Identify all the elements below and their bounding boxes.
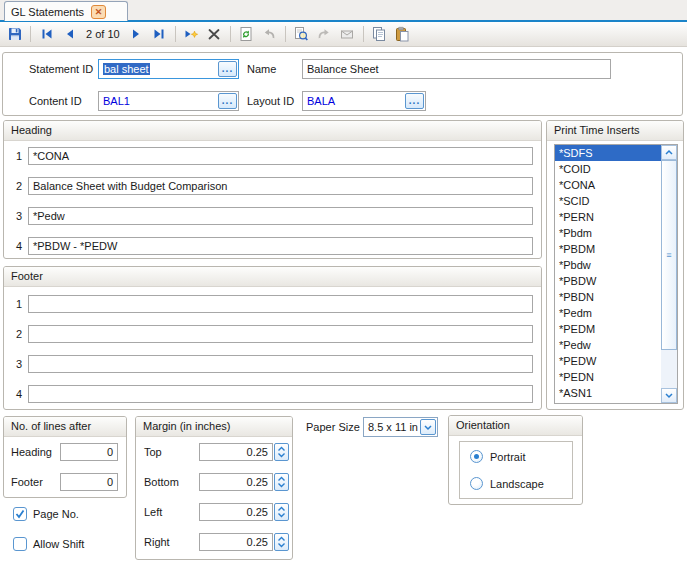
go-button[interactable] [313,24,336,45]
content-id-lookup-button[interactable]: ... [218,93,237,109]
print-preview-icon [293,26,309,42]
save-button[interactable] [3,24,26,45]
paper-size-combo[interactable]: 8.5 x 11 in [363,417,438,437]
footer-group: Footer 1 2 3 4 [3,266,542,410]
undo-button[interactable] [258,24,281,45]
layout-id-value: BALA [307,95,335,107]
scroll-down-button[interactable] [661,388,677,403]
allow-shift-checkbox[interactable] [13,537,27,551]
heading-group-title: Heading [4,121,541,141]
landscape-label: Landscape [490,477,544,491]
tab-close-icon[interactable]: ✕ [91,5,106,19]
footer-line-4-field[interactable] [28,385,533,403]
margin-bottom-spinner[interactable] [274,473,289,491]
statement-id-lookup-button[interactable]: ... [218,61,237,77]
margin-right-spinner[interactable] [274,533,289,551]
last-record-button[interactable] [148,24,171,45]
name-label: Name [247,59,276,79]
list-item[interactable]: *PEDW [555,353,661,369]
list-item[interactable]: *PBDM [555,241,661,257]
vertical-scrollbar[interactable]: ≡ [661,145,677,403]
margin-left-spinner[interactable] [274,503,289,521]
list-item[interactable]: *PEDN [555,369,661,385]
margin-left-field[interactable]: 0.25 [199,503,273,521]
content-id-field[interactable]: BAL1 ... [98,91,239,111]
page-no-checkbox[interactable] [13,507,27,521]
next-record-button[interactable] [125,24,148,45]
lines-after-footer-field[interactable]: 0 [60,473,118,491]
tab-title: GL Statements [11,3,84,21]
list-item[interactable]: *PERN [555,209,661,225]
portrait-label: Portrait [490,450,525,464]
content-id-label: Content ID [29,91,82,111]
list-item[interactable]: *PBDW [555,273,661,289]
new-record-icon [183,26,199,42]
lines-after-heading-field[interactable]: 0 [60,443,118,461]
margin-top-spinner[interactable] [274,443,289,461]
heading-line-2-field[interactable]: Balance Sheet with Budget Comparison [28,177,533,195]
list-item[interactable]: *Pedm [555,305,661,321]
email-button[interactable] [336,24,359,45]
orientation-options-box: Portrait Landscape [459,441,573,499]
margin-bottom-label: Bottom [144,473,179,491]
lines-after-group: No. of lines after Heading 0 Footer 0 [3,416,127,498]
margin-bottom-field[interactable]: 0.25 [199,473,273,491]
footer-line-1-field[interactable] [28,295,533,313]
footer-row-number: 4 [8,385,22,403]
delete-record-button[interactable] [203,24,226,45]
tab-gl-statements[interactable]: GL Statements ✕ [4,1,128,21]
scroll-up-button[interactable] [661,145,677,160]
chevron-up-icon [664,149,674,156]
copy-button[interactable] [368,24,391,45]
portrait-radio[interactable] [470,450,483,463]
paper-size-dropdown-button[interactable] [420,419,436,435]
name-field[interactable]: Balance Sheet [302,59,611,79]
footer-line-2-field[interactable] [28,325,533,343]
landscape-radio[interactable] [470,477,483,490]
toolbar-separator [230,26,231,42]
allow-shift-label: Allow Shift [33,537,84,551]
new-record-button[interactable] [180,24,203,45]
statement-id-selected-text: bal sheet [103,63,150,75]
orientation-title: Orientation [449,416,582,436]
gl-statements-window: GL Statements ✕ 2 of 10 [0,0,687,579]
heading-line-4-field[interactable]: *PBDW - *PEDW [28,237,533,255]
list-item[interactable]: *ASN1 [555,385,661,401]
margin-top-field[interactable]: 0.25 [199,443,273,461]
paste-button[interactable] [391,24,414,45]
copy-icon [371,26,387,42]
layout-id-lookup-button[interactable]: ... [405,93,424,109]
paper-size-value: 8.5 x 11 in [368,418,418,436]
list-item[interactable]: *CONA [555,177,661,193]
list-item[interactable]: *PBDN [555,289,661,305]
layout-id-field[interactable]: BALA ... [302,91,426,111]
list-item[interactable]: *COID [555,161,661,177]
refresh-button[interactable] [235,24,258,45]
previous-record-icon [62,26,78,42]
margin-top-label: Top [144,443,162,461]
print-preview-button[interactable] [290,24,313,45]
scrollbar-thumb[interactable]: ≡ [661,160,677,350]
list-item[interactable]: *Pbdm [555,225,661,241]
print-time-inserts-group: Print Time Inserts *SDFS *COID *CONA *SC… [546,120,684,410]
previous-record-button[interactable] [58,24,81,45]
list-item[interactable]: *Pedw [555,337,661,353]
heading-line-1-field[interactable]: *CONA [28,147,533,165]
statement-id-field[interactable]: bal sheet ... [98,59,239,79]
print-time-inserts-items: *SDFS *COID *CONA *SCID *PERN *Pbdm *PBD… [555,145,661,403]
margin-right-field[interactable]: 0.25 [199,533,273,551]
chevron-down-icon [423,424,433,431]
heading-line-3-field[interactable]: *Pedw [28,207,533,225]
footer-line-3-field[interactable] [28,355,533,373]
toolbar: 2 of 10 [0,22,687,47]
footer-group-title: Footer [4,267,541,287]
list-item[interactable]: *Pbdw [555,257,661,273]
list-item[interactable]: *SCID [555,193,661,209]
go-icon [316,26,332,42]
first-record-button[interactable] [35,24,58,45]
toolbar-separator [363,26,364,42]
heading-row-number: 1 [8,147,22,165]
delete-icon [206,26,222,42]
list-item[interactable]: *SDFS [555,145,661,161]
list-item[interactable]: *PEDM [555,321,661,337]
